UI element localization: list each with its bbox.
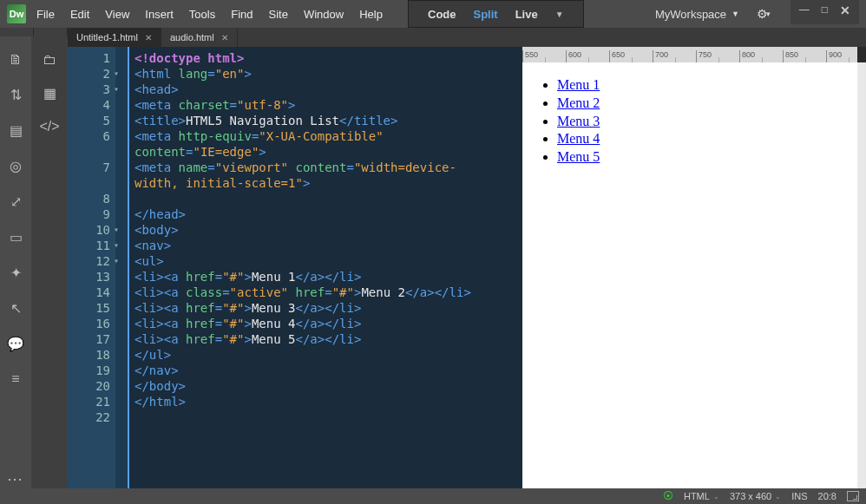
list-item: Menu 1 [557,76,857,95]
viewmode-split[interactable]: Split [474,8,498,21]
document-tab-bar: Untitled-1.html ✕ audio.html ✕ [68,28,866,47]
list-item: Menu 4 [557,130,857,148]
viewmode-live[interactable]: Live [515,8,538,21]
tab-label: Untitled-1.html [76,32,138,43]
tool-rail-primary: 🗎 ⇅ ▤ ◎ ⤢ ▭ ✦ ↖ 💬 ≡ ⋯ [0,36,31,488]
workspace-selector[interactable]: MyWorkspace ▼ ⚙ ▾ [655,0,771,28]
code-editor[interactable]: 12345678910111213141516171819202122 <!do… [68,47,522,488]
chevron-down-icon: ▾ [766,10,771,18]
minimize-button[interactable]: — [799,3,810,16]
assets-icon[interactable]: ▦ [43,85,56,101]
menu-find[interactable]: Find [231,8,253,21]
preview-ruler: 550600650700750800850900950 [522,47,857,62]
close-icon[interactable]: ✕ [145,33,152,43]
manage-icon[interactable]: ▤ [10,122,23,139]
list-item: Menu 2 [557,95,857,113]
viewmode-code[interactable]: Code [428,8,456,21]
code-icon[interactable]: </> [39,119,59,134]
status-time: 20:8 [818,491,836,501]
comment-icon[interactable]: 💬 [7,336,24,352]
list-icon[interactable]: ≡ [11,371,19,387]
menu-tools[interactable]: Tools [189,8,215,21]
preview-link[interactable]: Menu 5 [557,149,600,164]
workspace-name: MyWorkspace [655,8,726,21]
tool-rail-secondary: 🗀 ▦ </> [31,36,68,488]
status-viewport-size[interactable]: 373 x 460⌄ [730,491,781,501]
menu-window[interactable]: Window [304,8,344,21]
wand-icon[interactable]: ✦ [10,265,22,281]
sitemap-icon[interactable]: 🗀 [43,52,56,68]
code-area[interactable]: <!doctype html><html lang="en"><head><me… [128,47,522,488]
maximize-button[interactable]: □ [822,3,828,16]
window-controls: — □ ✕ [791,0,859,24]
files-icon[interactable]: 🗎 [9,52,23,68]
menu-site[interactable]: Site [268,8,287,21]
preview-link[interactable]: Menu 2 [557,95,600,110]
menu-file[interactable]: File [36,8,55,21]
tab-audio[interactable]: audio.html ✕ [161,28,238,47]
live-preview: Menu 1Menu 2Menu 3Menu 4Menu 5 [522,62,857,488]
resize-icon[interactable] [847,491,859,501]
list-item: Menu 5 [557,148,857,167]
panel-strip [0,28,68,36]
preview-link[interactable]: Menu 3 [557,114,600,128]
close-button[interactable]: ✕ [840,3,850,17]
list-item: Menu 3 [557,113,857,131]
status-bar: ⦿ HTML⌄ 373 x 460⌄ INS 20:8 [0,488,866,504]
close-icon[interactable]: ✕ [221,33,228,43]
tab-label: audio.html [170,32,214,43]
menu-view[interactable]: View [105,8,129,21]
preview-link[interactable]: Menu 4 [557,131,600,146]
expand-icon[interactable]: ⤢ [10,193,22,210]
menu-edit[interactable]: Edit [70,8,89,21]
line-gutter: 12345678910111213141516171819202122 [68,47,115,488]
menu-help[interactable]: Help [359,8,383,21]
status-insert-mode[interactable]: INS [791,491,807,501]
target-icon[interactable]: ◎ [10,158,22,174]
dotted-box-icon[interactable]: ▭ [10,229,23,245]
pointer-icon[interactable]: ↖ [10,300,22,317]
more-icon[interactable]: ⋯ [7,469,24,488]
app-logo: Dw [7,4,26,23]
menu-insert[interactable]: Insert [145,8,174,21]
preview-menu-list: Menu 1Menu 2Menu 3Menu 4Menu 5 [557,76,857,167]
tab-untitled-1[interactable]: Untitled-1.html ✕ [68,28,161,47]
preview-link[interactable]: Menu 1 [557,77,600,92]
view-mode-switch: Code Split Live ▼ [408,0,584,28]
swap-icon[interactable]: ⇅ [10,87,22,103]
status-ok-icon: ⦿ [663,490,673,502]
chevron-down-icon: ▼ [732,10,739,18]
chevron-down-icon[interactable]: ▼ [555,10,564,19]
status-language[interactable]: HTML⌄ [684,491,719,501]
preview-scrollbar[interactable] [857,62,866,488]
